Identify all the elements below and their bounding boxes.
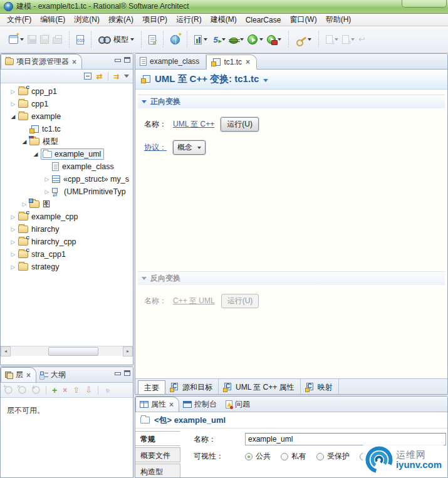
side-tab-stereotype[interactable]: 构造型 [135, 464, 180, 478]
radio-icon[interactable] [316, 453, 324, 460]
next-annotation-button[interactable] [324, 33, 340, 46]
menu-search[interactable]: 搜索(A) [104, 13, 138, 26]
new-web-button[interactable] [169, 33, 182, 46]
reverse-run-button[interactable]: 运行(U) [221, 294, 259, 308]
new-wizard-button[interactable] [7, 33, 26, 46]
expanded-arrow-icon[interactable] [31, 151, 41, 157]
tab-uml-cpp-properties[interactable]: UML 至 C++ 属性 [219, 379, 301, 395]
tab-console[interactable]: 控制台 [179, 397, 222, 412]
tree-item-hirarchy[interactable]: hirarchy [1, 223, 133, 236]
validate-button[interactable] [147, 33, 158, 46]
dropdown-arrow-icon[interactable] [130, 38, 134, 41]
horizontal-scrollbar[interactable]: ◂ ▸ [1, 346, 133, 356]
save-button[interactable] [26, 33, 38, 46]
title-bar[interactable]: 建模 - example/tc1.tc - Rational® Software… [0, 0, 448, 14]
collapsed-arrow-icon[interactable] [8, 264, 18, 270]
radio-icon[interactable] [281, 453, 288, 460]
collapsed-arrow-icon[interactable] [8, 214, 18, 220]
dropdown-arrow-icon[interactable] [240, 38, 244, 41]
tab-outline[interactable]: 大纲 [36, 367, 71, 382]
scroll-thumb[interactable] [48, 347, 98, 356]
collapsed-arrow-icon[interactable] [8, 101, 18, 107]
maximize-icon[interactable] [124, 57, 130, 63]
expanded-arrow-icon[interactable] [8, 113, 18, 120]
menu-file[interactable]: 文件(F) [3, 13, 36, 26]
tab-main[interactable]: 主要 [138, 380, 165, 395]
menu-project[interactable]: 项目(P) [138, 13, 172, 26]
key-button[interactable] [294, 33, 313, 46]
protocol-select[interactable]: 概念 [173, 140, 206, 155]
tree-item-stra_cpp1[interactable]: C stra_cpp1 [1, 248, 133, 261]
report-button[interactable] [192, 33, 209, 46]
close-icon[interactable] [246, 58, 250, 66]
run-button[interactable] [246, 33, 265, 46]
tree-item-example_class[interactable]: example_class [1, 160, 133, 173]
radio-checked-icon[interactable] [245, 453, 253, 460]
selected-item-box[interactable]: example_uml [41, 148, 104, 160]
move-down-button[interactable] [85, 385, 92, 395]
profile-button[interactable]: 5 [209, 33, 227, 46]
dropdown-arrow-icon[interactable] [204, 38, 207, 41]
back-button[interactable] [357, 33, 370, 46]
tab-properties[interactable]: 属性 [135, 397, 179, 412]
tree-item-cpp_p1[interactable]: C cpp_p1 [1, 85, 133, 98]
dropdown-arrow-icon[interactable] [259, 38, 263, 41]
menu-run[interactable]: 运行(R) [172, 13, 206, 26]
collapsed-arrow-icon[interactable] [8, 226, 18, 232]
binary-file-button[interactable]: 010 [75, 33, 86, 46]
radio-option-public[interactable]: 公共 [245, 451, 271, 462]
forward-run-button[interactable]: 运行(U) [221, 117, 259, 132]
scroll-left-icon[interactable]: ◂ [1, 346, 11, 356]
tree-item-strategy[interactable]: strategy [1, 261, 133, 273]
radio-option-protected[interactable]: 受保护 [316, 451, 350, 462]
radio-option-private[interactable]: 私有 [281, 451, 306, 462]
move-up-button[interactable] [73, 385, 80, 395]
menu-modeling[interactable]: 建模(M) [206, 13, 241, 26]
collapsed-arrow-icon[interactable] [42, 189, 52, 195]
new-layer-disabled-icon[interactable]: + [4, 386, 13, 394]
collapsed-arrow-icon[interactable] [8, 239, 18, 245]
tab-example_class[interactable]: example_class [135, 54, 206, 69]
link-editor-icon[interactable] [96, 73, 103, 80]
layer-filter-disabled-icon[interactable]: ▲ [32, 386, 40, 394]
dropdown-arrow-icon[interactable] [20, 38, 24, 41]
tree-item-cpp1[interactable]: cpp1 [1, 98, 133, 110]
scroll-track[interactable] [11, 346, 123, 356]
remove-layer-disabled-icon[interactable]: × [18, 386, 26, 394]
close-icon[interactable] [169, 400, 174, 409]
focus-on-active-icon[interactable] [113, 73, 119, 80]
scroll-right-icon[interactable]: ▸ [123, 346, 133, 356]
menu-navigate[interactable]: 浏览(N) [70, 13, 104, 26]
tab-mapping[interactable]: 映射 [301, 379, 339, 395]
menu-window[interactable]: 窗口(W) [285, 13, 321, 26]
collapsed-arrow-icon[interactable] [19, 201, 29, 207]
previous-annotation-button[interactable] [340, 33, 357, 46]
tree-item-cpp_struct[interactable]: «cpp_struct» my_s [1, 173, 133, 185]
tree-item-models[interactable]: 模型 [1, 135, 133, 148]
name-input[interactable] [245, 433, 446, 445]
header-dropdown-icon[interactable] [263, 79, 268, 82]
tree-item-diagrams[interactable]: 图 [1, 198, 133, 210]
maximize-icon[interactable] [124, 370, 130, 376]
forward-transform-link[interactable]: UML 至 C++ [173, 119, 214, 130]
tab-tc1-tc[interactable]: tc1.tc [206, 55, 257, 70]
tab-project-explorer[interactable]: 项目资源管理器 [1, 54, 82, 69]
menu-edit[interactable]: 编辑(E) [36, 13, 70, 26]
tree-item-example_uml[interactable]: example_uml [1, 148, 133, 160]
close-icon[interactable] [26, 371, 31, 380]
delete-button[interactable] [63, 386, 67, 395]
browse-model-button[interactable]: 模型 [96, 33, 136, 47]
minimize-icon[interactable] [114, 57, 120, 63]
tree-item-hirarchy_cpp[interactable]: C hirarchy_cpp [1, 236, 133, 248]
dropdown-arrow-icon[interactable] [222, 38, 226, 41]
menu-help[interactable]: 帮助(H) [321, 13, 356, 26]
collapsed-arrow-icon[interactable] [8, 251, 18, 257]
tab-problems[interactable]: 问题 [222, 397, 255, 412]
reverse-section-header[interactable]: 反向变换 [138, 271, 445, 285]
side-tab-general[interactable]: 常规 [135, 431, 180, 446]
close-icon[interactable] [72, 58, 76, 66]
tab-source-target[interactable]: 源和目标 [165, 379, 219, 395]
save-all-button[interactable] [38, 33, 51, 46]
dropdown-arrow-icon[interactable] [308, 38, 311, 41]
menu-clearcase[interactable]: ClearCase [241, 14, 286, 26]
